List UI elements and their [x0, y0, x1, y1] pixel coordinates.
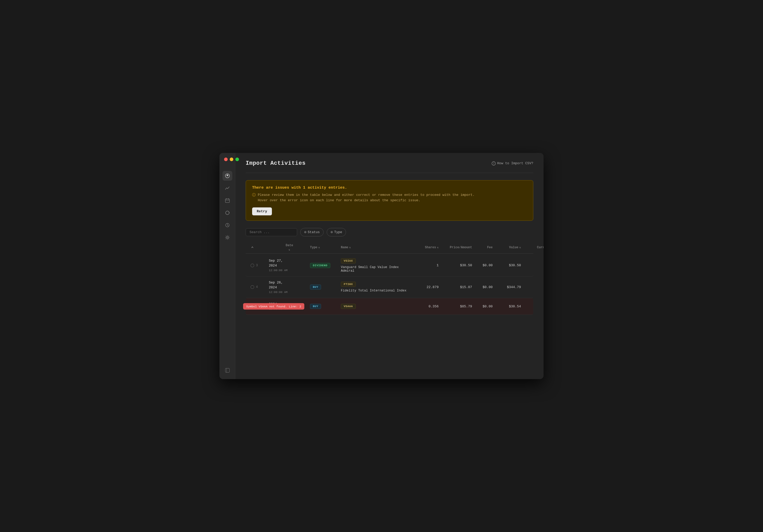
maximize-dot[interactable]	[235, 157, 239, 161]
type-plus-icon: ⊕	[331, 230, 333, 235]
activities-table: Date ⇅ Type ⇅ Name ⇅ Shares ⇅ Price/Amou…	[246, 241, 533, 315]
row2-num: 4	[256, 285, 269, 289]
row1-fee: $0.00	[472, 263, 492, 267]
svg-point-7	[227, 237, 228, 238]
row3-num: 2	[256, 305, 269, 308]
row1-name: VSIAX Vanguard Small Cap Value Index Adm…	[341, 258, 408, 273]
th-sort-icon[interactable]	[249, 244, 256, 251]
row1-name-text: Vanguard Small Cap Value Index Admiral	[341, 265, 408, 273]
row2-name-text: Fidelity Total International Index	[341, 289, 406, 293]
th-type[interactable]: Type ⇅	[310, 244, 341, 251]
sidebar-icon-calendar[interactable]	[223, 196, 232, 205]
help-link[interactable]: ? How to Import CSV?	[491, 161, 533, 165]
date-sort-icon: ⇅	[289, 248, 290, 251]
th-price[interactable]: Price/Amount	[439, 244, 472, 251]
sidebar-icon-settings[interactable]	[223, 232, 232, 242]
warning-icon: ⓘ	[252, 193, 256, 197]
row3-name: VSAAA	[341, 304, 408, 309]
row1-num: 3	[256, 264, 269, 267]
sidebar-icon-history[interactable]	[223, 220, 232, 230]
warning-banner: There are issues with 1 activity entries…	[246, 180, 533, 221]
buy-badge-2: BUY	[310, 285, 321, 290]
svg-rect-8	[225, 368, 230, 372]
row2-date: Sep 26, 2024 12:00:00 AM	[269, 280, 310, 295]
th-shares[interactable]: Shares ⇅	[408, 244, 439, 251]
th-num	[256, 244, 269, 251]
row1-currency: USD	[521, 263, 544, 267]
status-plus-icon: ⊕	[304, 230, 306, 235]
row1-value: $30.50	[492, 263, 521, 267]
row1-price: $30.50	[439, 263, 472, 267]
filters-row: ⊕ Status ⊕ Type	[246, 228, 533, 236]
circle-x-icon	[250, 304, 255, 309]
warning-title: There are issues with 1 activity entries…	[252, 186, 527, 190]
row3-symbol: VSAAA	[341, 304, 356, 309]
close-dot[interactable]	[224, 157, 228, 161]
status-filter-label: Status	[308, 230, 320, 234]
row3-currency: USD	[521, 305, 544, 309]
row2-currency: USD	[521, 285, 544, 289]
buy-badge-3: BUY	[310, 304, 321, 309]
th-currency[interactable]: Currency ⇅	[521, 244, 544, 251]
name-sort-icon: ⇅	[349, 246, 351, 249]
row2-symbol: FTIHX	[341, 282, 356, 287]
row3-fee: $0.00	[472, 305, 492, 309]
help-link-text: How to Import CSV?	[497, 161, 533, 165]
main-content: Import Activities ? How to Import CSV? T…	[235, 153, 544, 379]
header-divider	[246, 173, 533, 173]
retry-button[interactable]: Retry	[252, 208, 272, 216]
table-row: 3 Sep 27, 2024 12:00:00 AM DIVIDEND VSIA…	[246, 255, 533, 277]
row1-symbol: VSIAX	[341, 258, 356, 263]
svg-text:?: ?	[493, 162, 494, 165]
th-value[interactable]: Value ⇅	[492, 244, 521, 251]
circle-check-icon-2	[250, 285, 255, 289]
row1-type: DIVIDEND	[310, 263, 341, 268]
table-row-error: Symbol VSAAA not found. Line: 2 2 2024 1…	[246, 298, 533, 315]
type-filter-button[interactable]: ⊕ Type	[327, 228, 346, 236]
circle-check-icon	[250, 263, 255, 268]
type-filter-label: Type	[334, 230, 342, 234]
row2-name: FTIHX Fidelity Total International Index	[341, 282, 408, 293]
search-input[interactable]	[246, 228, 297, 236]
page-header: Import Activities ? How to Import CSV?	[246, 160, 533, 166]
sidebar	[219, 153, 235, 379]
table-row: 4 Sep 26, 2024 12:00:00 AM BUY FTIHX Fid…	[246, 277, 533, 299]
type-sort-icon: ⇅	[318, 246, 320, 249]
row1-check-icon	[249, 263, 256, 268]
page-title: Import Activities	[246, 160, 306, 166]
svg-point-13	[251, 286, 254, 289]
row1-date: Sep 27, 2024 12:00:00 AM	[269, 258, 310, 273]
row2-type: BUY	[310, 285, 341, 290]
sidebar-icon-chart[interactable]	[223, 183, 232, 193]
th-name[interactable]: Name ⇅	[341, 244, 408, 251]
sidebar-icon-portfolio[interactable]	[223, 171, 232, 181]
main-window: Import Activities ? How to Import CSV? T…	[219, 153, 544, 379]
row3-error-icon	[249, 304, 256, 309]
row3-date: 2024 12:00:00 AM	[269, 302, 310, 311]
svg-rect-1	[225, 199, 230, 203]
row3-type: BUY	[310, 304, 341, 309]
row2-shares: 22.879	[408, 285, 439, 289]
row3-value: $30.54	[492, 305, 521, 309]
svg-point-12	[251, 264, 254, 267]
th-fee: Fee	[472, 244, 492, 251]
sort-up-icon	[251, 246, 254, 249]
row2-value: $344.79	[492, 285, 521, 289]
title-bar	[224, 157, 239, 161]
row2-price: $15.07	[439, 285, 472, 289]
row1-shares: 1	[408, 263, 439, 267]
row2-fee: $0.00	[472, 285, 492, 289]
row3-shares: 0.356	[408, 305, 439, 309]
help-icon: ?	[491, 161, 496, 165]
th-date[interactable]: Date ⇅	[269, 244, 310, 251]
sidebar-toggle-button[interactable]	[224, 367, 231, 374]
status-filter-button[interactable]: ⊕ Status	[300, 228, 324, 236]
minimize-dot[interactable]	[230, 157, 233, 161]
warning-body: ⓘ Please review them in the table below …	[252, 193, 527, 203]
row2-check-icon	[249, 285, 256, 289]
sidebar-icon-sync[interactable]	[223, 208, 232, 218]
row3-price: $85.79	[439, 305, 472, 309]
dividend-badge: DIVIDEND	[310, 263, 330, 268]
table-header: Date ⇅ Type ⇅ Name ⇅ Shares ⇅ Price/Amou…	[246, 241, 533, 254]
warning-text: Please review them in the table below an…	[258, 193, 475, 203]
